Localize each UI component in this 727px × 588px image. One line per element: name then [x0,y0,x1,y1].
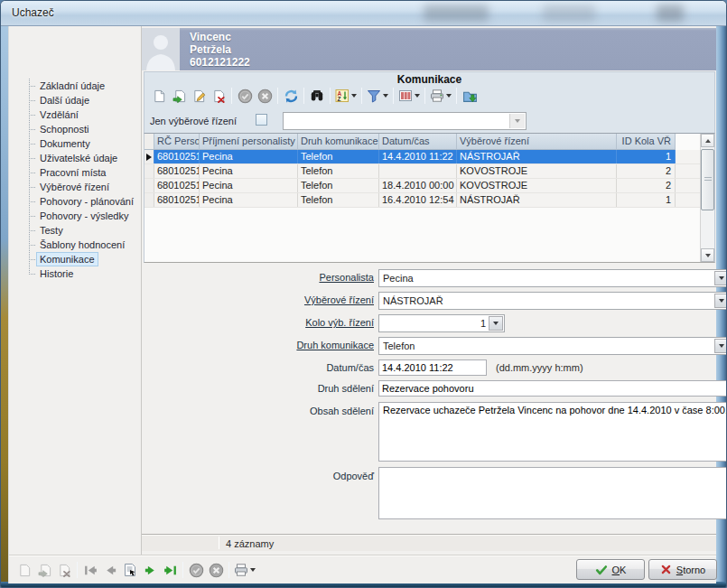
scroll-down-icon[interactable] [701,248,714,262]
column-header[interactable]: Příjmení personalisty [200,134,298,150]
column-header[interactable]: Výběrové řízení [457,134,617,150]
druh-komunikace-label: Druh komunikace [232,340,374,350]
titlebar[interactable]: Uchazeč [1,1,727,26]
last-record-button[interactable] [160,560,180,580]
main-panel: Komunikace [142,26,716,583]
sidebar-item[interactable]: Pohovory - výsledky [9,209,142,223]
prior-record-button[interactable] [100,560,120,580]
table-cell: NÁSTROJAŘ [457,193,617,207]
filter-combobox[interactable] [283,112,527,130]
new-record-button[interactable] [14,560,34,580]
sidebar-item[interactable]: Vzdělání [9,107,142,122]
print-dropdown[interactable] [232,560,257,580]
sidebar-item-label: Šablony hodnocení [37,238,127,251]
delete-record-button[interactable] [54,560,74,580]
tree-connector [29,259,35,260]
table-cell: 680102512 [154,164,200,178]
toolbar-separator [330,88,331,104]
personalista-combobox[interactable]: Pecina [378,269,727,287]
row-selector[interactable] [144,179,154,192]
column-header[interactable]: RČ Persona [154,134,200,150]
cancel-icon[interactable] [255,86,275,106]
table-row[interactable]: 680102512PecinaTelefon14.4.2010 11:22NÁS… [144,150,714,164]
column-header[interactable]: Druh komunikace [298,134,379,150]
next-record-button[interactable] [140,560,160,580]
search-button[interactable] [307,86,327,106]
sidebar-item[interactable]: Historie [9,266,142,281]
first-record-button[interactable] [80,560,100,580]
toolbar-separator [77,562,78,578]
insert-record-button[interactable] [169,86,189,106]
sidebar-item[interactable]: Schopnosti [9,122,142,136]
sidebar-item[interactable]: Pracovní místa [9,165,142,180]
filter-label: Jen výběrové řízení [150,116,237,126]
cancel-icon[interactable] [206,560,226,580]
column-header[interactable]: Datum/čas [379,134,457,150]
x-icon [660,564,672,575]
storno-button[interactable]: Storno [648,559,717,580]
new-record-button[interactable] [149,86,169,106]
columns-dropdown[interactable] [396,86,422,106]
grid-header-row: RČ PersonaPříjmení personalistyDruh komu… [144,134,714,150]
table-cell: 680102512 [154,150,200,163]
sidebar-item[interactable]: Pohovory - plánování [9,194,142,209]
sidebar-item-label: Základní údaje [37,79,107,92]
sidebar-item-label: Uživatelské údaje [37,152,120,164]
tree-connector [29,100,35,101]
sidebar-item[interactable]: Uživatelské údaje [9,151,142,165]
datum-cas-field[interactable] [378,359,487,376]
odpoved-field[interactable] [379,468,727,518]
table-cell: Pecina [200,164,298,178]
record-list-button[interactable] [120,560,140,580]
table-row[interactable]: 680102512PecinaTelefon16.4.2010 12:54NÁS… [144,193,714,208]
row-selector[interactable] [144,150,154,163]
filter-checkbox[interactable] [256,114,267,126]
accept-icon[interactable] [235,86,255,106]
sort-az-dropdown[interactable]: AZ [333,86,359,106]
filter-dropdown[interactable] [365,86,390,106]
export-button[interactable] [460,86,480,106]
chevron-down-icon [351,94,357,98]
chevron-down-icon[interactable] [489,316,503,331]
sidebar-item[interactable]: Testy [9,223,142,238]
sidebar-item[interactable]: Komunikace [9,252,142,266]
ok-button[interactable]: OK [576,559,645,580]
table-cell: 14.4.2010 11:22 [379,150,457,163]
print-dropdown[interactable] [428,86,453,106]
sidebar-item[interactable]: Další údaje [9,93,142,107]
chevron-down-icon[interactable] [714,294,727,308]
row-selector[interactable] [144,193,154,207]
edit-record-button[interactable] [189,86,209,106]
druh-komunikace-combobox[interactable]: Telefon [378,337,727,355]
tree-connector [29,187,35,188]
chevron-down-icon[interactable] [714,339,727,353]
table-cell: NÁSTROJAŘ [457,150,617,163]
scroll-up-icon[interactable] [701,134,714,147]
sidebar-item[interactable]: Dokumenty [9,136,142,151]
sidebar-item[interactable]: Základní údaje [9,79,142,93]
sidebar-item[interactable]: Výběrové řízení [9,180,142,194]
column-header[interactable]: ID Kola VŘ [617,134,676,150]
druh-sdeleni-field[interactable] [378,380,727,397]
tree-connector [29,86,35,87]
sidebar-item[interactable]: Šablony hodnocení [9,238,142,252]
ok-button-label: OK [612,565,627,575]
vyberove-rizeni-combobox[interactable]: NÁSTROJAŘ [378,292,727,310]
toolbar-separator [231,88,232,104]
scrollbar-thumb[interactable] [701,149,714,210]
delete-record-button[interactable] [209,86,228,106]
grid-vertical-scrollbar[interactable] [700,134,714,262]
chevron-down-icon[interactable] [714,271,727,285]
table-row[interactable]: 680102512PecinaTelefon18.4.2010 00:00KOV… [144,179,714,193]
table-cell: 16.4.2010 12:54 [379,193,457,207]
insert-record-button[interactable] [34,560,54,580]
obsah-sdeleni-field[interactable]: Rezervace uchazeče Petržela Vincenc na p… [379,403,727,461]
kolo-vyb-rizeni-combobox[interactable]: 1 [378,314,505,332]
tree-connector [29,245,35,246]
table-row[interactable]: 680102512PecinaTelefonKOVOSTROJE2 [144,164,714,179]
tree-connector [29,144,35,145]
refresh-button[interactable] [281,86,301,106]
row-selector[interactable] [144,164,154,178]
odpoved-label: Odpověď [232,471,374,481]
accept-icon[interactable] [186,560,206,580]
